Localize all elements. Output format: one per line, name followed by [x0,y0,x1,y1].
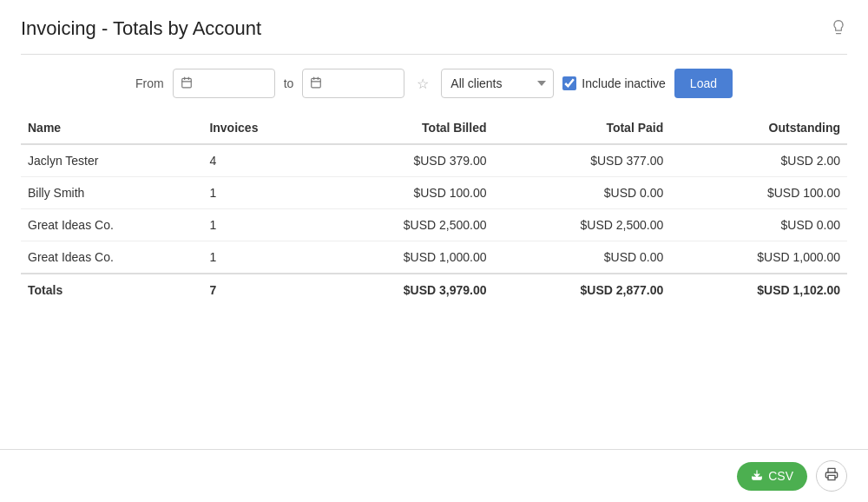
cell-name: Great Ideas Co. [21,209,202,241]
cell-total-paid: $USD 377.00 [493,144,670,177]
totals-billed: $USD 3,979.00 [317,274,494,306]
col-name: Name [21,112,202,144]
include-inactive-label: Include inactive [582,76,666,90]
cell-invoices: 1 [202,209,316,241]
from-calendar-icon [181,76,193,91]
cell-outstanding: $USD 100.00 [670,177,847,209]
lightbulb-icon[interactable] [830,18,847,40]
cell-outstanding: $USD 0.00 [670,209,847,241]
col-total-paid: Total Paid [493,112,670,144]
cell-invoices: 4 [202,144,316,177]
svg-rect-0 [181,78,191,88]
csv-label: CSV [768,469,793,483]
header: Invoicing - Totals by Account [0,0,868,54]
from-date-input-wrap[interactable] [173,69,275,98]
cell-total-billed: $USD 1,000.00 [317,241,494,274]
cell-invoices: 1 [202,177,316,209]
cell-total-billed: $USD 100.00 [317,177,494,209]
totals-paid: $USD 2,877.00 [493,274,670,306]
cell-total-billed: $USD 379.00 [317,144,494,177]
include-inactive-wrap[interactable]: Include inactive [562,76,666,90]
cell-name: Billy Smith [21,177,202,209]
cell-name: Jaclyn Tester [21,144,202,177]
csv-button[interactable]: CSV [737,462,807,491]
totals-label: Totals [21,274,202,306]
totals-invoices: 7 [202,274,316,306]
toolbar: From to ☆ All clients Include inactive [0,55,868,112]
cell-total-paid: $USD 0.00 [493,177,670,209]
client-select[interactable]: All clients [441,69,554,98]
totals-row: Totals 7 $USD 3,979.00 $USD 2,877.00 $US… [21,274,847,306]
invoicing-table: Name Invoices Total Billed Total Paid Ou… [21,112,847,306]
col-outstanding: Outstanding [670,112,847,144]
totals-outstanding: $USD 1,102.00 [670,274,847,306]
cell-outstanding: $USD 1,000.00 [670,241,847,274]
to-label: to [284,76,294,90]
print-button[interactable] [816,460,847,492]
page-title: Invoicing - Totals by Account [21,17,261,40]
include-inactive-checkbox[interactable] [562,76,576,90]
download-icon [751,469,763,484]
cell-name: Great Ideas Co. [21,241,202,274]
table-row: Billy Smith 1 $USD 100.00 $USD 0.00 $USD… [21,177,847,209]
table-section: Name Invoices Total Billed Total Paid Ou… [0,112,868,449]
from-date-field[interactable] [198,76,267,90]
svg-rect-4 [312,78,321,88]
cell-total-billed: $USD 2,500.00 [317,209,494,241]
table-header: Name Invoices Total Billed Total Paid Ou… [21,112,847,144]
svg-rect-9 [828,475,835,479]
table-row: Great Ideas Co. 1 $USD 2,500.00 $USD 2,5… [21,209,847,241]
col-total-billed: Total Billed [317,112,494,144]
cell-total-paid: $USD 2,500.00 [493,209,670,241]
to-date-field[interactable] [327,76,397,90]
table-body: Jaclyn Tester 4 $USD 379.00 $USD 377.00 … [21,144,847,306]
table-row: Jaclyn Tester 4 $USD 379.00 $USD 377.00 … [21,144,847,177]
cell-outstanding: $USD 2.00 [670,144,847,177]
page: Invoicing - Totals by Account From to [0,0,868,502]
footer: CSV [0,449,868,502]
load-button[interactable]: Load [674,69,733,98]
to-date-input-wrap[interactable] [302,69,404,98]
col-invoices: Invoices [202,112,316,144]
favorite-icon[interactable]: ☆ [417,76,429,92]
to-calendar-icon [310,76,322,91]
cell-invoices: 1 [202,241,316,274]
cell-total-paid: $USD 0.00 [493,241,670,274]
print-icon [825,467,838,485]
table-row: Great Ideas Co. 1 $USD 1,000.00 $USD 0.0… [21,241,847,274]
from-label: From [135,76,164,90]
